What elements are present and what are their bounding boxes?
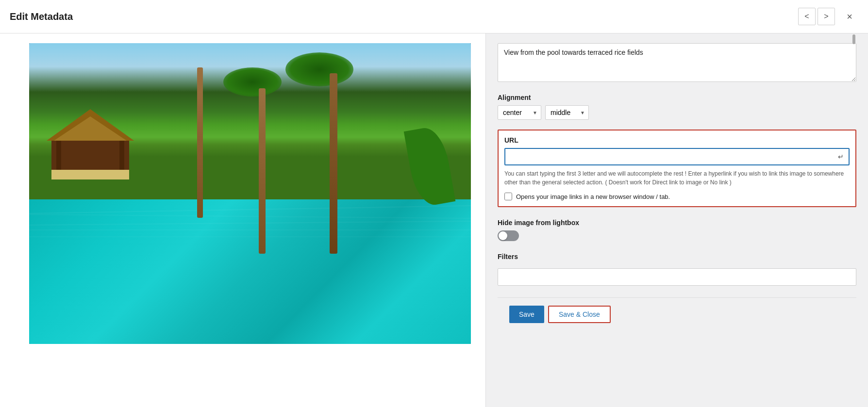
vertical-align-wrapper: top middle bottom ▼ — [545, 105, 589, 120]
url-section: URL ↵ You can start typing the first 3 l… — [498, 130, 856, 207]
filters-section: Filters — [498, 253, 856, 286]
alignment-label: Alignment — [498, 94, 856, 101]
dialog-title: Edit Metadata — [10, 11, 798, 22]
save-close-button[interactable]: Save & Close — [548, 306, 611, 323]
hide-image-section: Hide image from lightbox — [498, 219, 856, 241]
gazebo-body — [51, 141, 129, 179]
enter-icon: ↵ — [838, 153, 844, 161]
palm-fronds-2 — [285, 52, 353, 86]
gazebo-pillar-right — [119, 141, 124, 170]
vertical-align-select[interactable]: top middle bottom — [545, 105, 589, 120]
water-reflection-1 — [29, 205, 471, 214]
toggle-wrapper — [498, 230, 856, 241]
new-window-checkbox[interactable] — [504, 193, 512, 200]
scrollbar-indicator — [852, 34, 855, 44]
new-window-row: Opens your image links in a new browser … — [504, 193, 850, 200]
new-window-label: Opens your image links in a new browser … — [516, 193, 670, 200]
horizontal-align-wrapper: left center right ▼ — [498, 105, 541, 120]
dialog-navigation: < > × — [798, 8, 858, 25]
palm-trunk-1 — [259, 88, 266, 254]
palm-trunk-3 — [197, 67, 203, 218]
gazebo-structure — [47, 109, 134, 179]
edit-metadata-dialog: Edit Metadata < > × — [0, 0, 868, 407]
palm-fronds-1 — [223, 67, 282, 97]
dialog-footer: Save Save & Close — [498, 297, 856, 331]
alignment-row: left center right ▼ top middle bottom ▼ — [498, 105, 856, 120]
hide-image-label: Hide image from lightbox — [498, 219, 856, 227]
gazebo-roof-outer — [47, 109, 134, 141]
image-pool — [29, 199, 471, 344]
gazebo-pillar-left — [56, 141, 61, 170]
water-reflection-5 — [29, 236, 471, 237]
hide-image-toggle[interactable] — [498, 230, 519, 241]
image-preview — [29, 43, 471, 344]
url-input-wrapper: ↵ — [504, 148, 850, 165]
url-input[interactable] — [505, 149, 849, 164]
filters-input[interactable] — [498, 268, 856, 286]
filters-label: Filters — [498, 253, 856, 260]
water-reflection-2 — [29, 214, 471, 219]
toggle-knob — [499, 231, 507, 240]
description-textarea[interactable] — [498, 43, 856, 82]
water-reflection-3 — [29, 221, 471, 226]
image-panel — [0, 33, 485, 407]
water-reflection-4 — [29, 229, 471, 230]
save-button[interactable]: Save — [509, 306, 544, 323]
dialog-header: Edit Metadata < > × — [0, 0, 868, 33]
close-button[interactable]: × — [841, 8, 858, 25]
url-hint: You can start typing the first 3 letter … — [504, 169, 850, 187]
dialog-body: Alignment left center right ▼ top middle… — [0, 33, 868, 407]
next-button[interactable]: > — [818, 8, 835, 25]
right-panel: Alignment left center right ▼ top middle… — [485, 33, 868, 407]
prev-button[interactable]: < — [798, 8, 816, 25]
gazebo-roof-inner — [54, 116, 127, 141]
gazebo-base — [51, 170, 129, 179]
horizontal-align-select[interactable]: left center right — [498, 105, 541, 120]
palm-trunk-2 — [330, 73, 337, 254]
description-wrapper — [498, 33, 856, 84]
url-label: URL — [504, 136, 850, 144]
